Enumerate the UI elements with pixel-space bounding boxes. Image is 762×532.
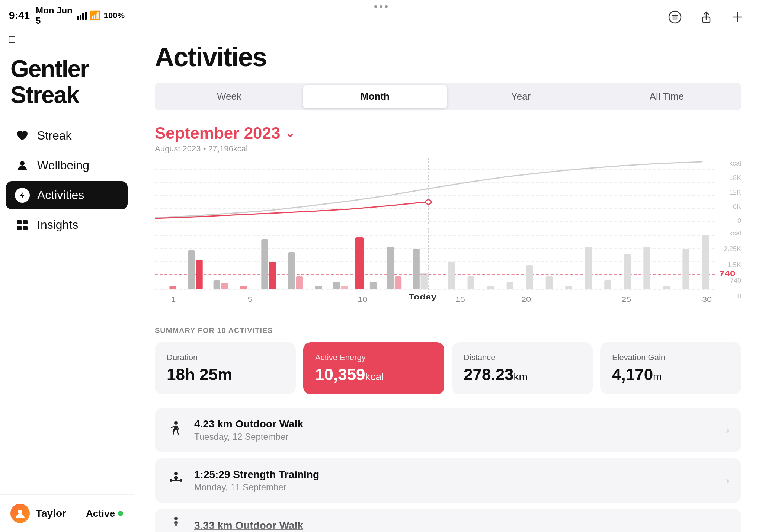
svg-rect-53: [526, 265, 533, 289]
svg-rect-42: [341, 286, 348, 289]
chevron-right-icon: ›: [726, 424, 729, 436]
svg-rect-38: [288, 252, 295, 289]
tab-year[interactable]: Year: [449, 85, 593, 108]
svg-text:Today: Today: [409, 293, 436, 301]
svg-point-20: [426, 200, 432, 204]
stat-energy-label: Active Energy: [315, 353, 432, 362]
activity-item[interactable]: 1:25:29 Strength Training Monday, 11 Sep…: [155, 458, 741, 503]
date-header: September 2023 ⌄ August 2023 • 27,196kca…: [155, 124, 741, 154]
svg-rect-55: [565, 286, 572, 289]
svg-rect-37: [269, 262, 276, 289]
svg-rect-58: [624, 254, 631, 289]
svg-rect-33: [214, 280, 220, 289]
svg-point-75: [174, 517, 178, 520]
summary-label: SUMMARY FOR 10 ACTIVITIES: [155, 326, 741, 335]
main-header: [134, 0, 762, 34]
svg-point-0: [20, 161, 25, 166]
sidebar-toggle-icon[interactable]: □: [9, 33, 15, 45]
svg-rect-56: [585, 247, 592, 289]
walk-icon: [167, 420, 185, 440]
sidebar-item-wellbeing[interactable]: Wellbeing: [6, 151, 128, 180]
svg-rect-31: [188, 250, 195, 289]
svg-rect-44: [370, 282, 377, 289]
sidebar-item-streak[interactable]: Streak: [6, 122, 128, 150]
svg-rect-41: [333, 282, 340, 289]
svg-rect-60: [663, 286, 670, 289]
activity-list: 4.23 km Outdoor Walk Tuesday, 12 Septemb…: [155, 408, 741, 532]
svg-rect-74: [180, 479, 182, 482]
svg-rect-49: [448, 262, 455, 289]
sidebar-footer: Taylor Active: [0, 494, 134, 532]
prev-period: August 2023 • 27,196kcal: [155, 144, 741, 154]
activity-title: 1:25:29 Strength Training: [194, 469, 717, 481]
svg-rect-50: [468, 276, 474, 289]
stat-distance-value: 278.23km: [464, 365, 581, 384]
stat-duration-label: Duration: [167, 353, 284, 362]
svg-text:5: 5: [248, 296, 253, 303]
svg-point-71: [174, 472, 178, 475]
activity-date: Monday, 11 September: [194, 482, 717, 493]
svg-rect-32: [196, 260, 202, 289]
heart-icon: [15, 128, 30, 143]
tab-bar: Week Month Year All Time: [155, 83, 741, 110]
activity-date: Tuesday, 12 September: [194, 432, 717, 442]
current-period[interactable]: September 2023 ⌄: [155, 124, 741, 142]
battery-icon: 100%: [104, 11, 125, 20]
svg-rect-3: [23, 220, 28, 224]
svg-rect-35: [240, 286, 247, 289]
bolt-icon: [15, 188, 30, 203]
walk-icon-2: [167, 516, 185, 532]
app-logo: Gentler Streak: [0, 45, 134, 122]
svg-rect-36: [261, 239, 268, 289]
stat-active-energy: Active Energy 10,359kcal: [303, 342, 444, 394]
stat-duration-value: 18h 25m: [167, 365, 284, 384]
svg-rect-30: [169, 286, 176, 289]
activity-item[interactable]: 3.33 km Outdoor Walk: [155, 509, 741, 532]
user-name: Taylor: [36, 507, 66, 519]
status-bar: 9:41 Mon Jun 5 📶 100%: [0, 0, 134, 30]
svg-point-70: [174, 421, 178, 425]
tab-all-time[interactable]: All Time: [595, 85, 739, 108]
status-time: 9:41: [9, 10, 30, 22]
activity-details: 1:25:29 Strength Training Monday, 11 Sep…: [194, 469, 717, 493]
activity-item[interactable]: 4.23 km Outdoor Walk Tuesday, 12 Septemb…: [155, 408, 741, 452]
svg-text:15: 15: [455, 296, 465, 303]
svg-rect-43: [355, 237, 364, 289]
tab-week[interactable]: Week: [157, 85, 301, 108]
svg-text:1: 1: [171, 296, 176, 303]
avatar: [10, 504, 30, 523]
grid-icon: [15, 218, 30, 233]
svg-text:25: 25: [621, 296, 631, 303]
svg-rect-73: [170, 479, 172, 482]
charts-section: kcal 18K 12K 6K 0: [155, 158, 741, 311]
svg-rect-40: [315, 286, 322, 289]
svg-rect-62: [702, 235, 709, 289]
svg-text:10: 10: [358, 296, 367, 303]
svg-rect-34: [221, 283, 228, 289]
stats-grid: Duration 18h 25m Active Energy 10,359kca…: [155, 342, 741, 394]
svg-marker-1: [20, 192, 25, 199]
user-info: Taylor: [10, 504, 66, 523]
line-chart: [155, 158, 741, 225]
share-icon[interactable]: [697, 7, 716, 27]
svg-rect-52: [507, 282, 513, 289]
svg-rect-46: [395, 276, 401, 289]
chevron-right-icon: ›: [726, 475, 729, 487]
tab-month[interactable]: Month: [303, 85, 447, 108]
sidebar-item-insights[interactable]: Insights: [6, 211, 128, 239]
list-icon[interactable]: [665, 7, 685, 27]
sidebar-label-insights: Insights: [37, 218, 78, 232]
chevron-down-icon: ⌄: [285, 126, 295, 140]
add-icon[interactable]: [728, 7, 747, 27]
activity-title: 4.23 km Outdoor Walk: [194, 418, 717, 430]
stat-elevation: Elevation Gain 4,170m: [600, 342, 741, 394]
sidebar-label-activities: Activities: [37, 188, 84, 202]
svg-rect-4: [17, 226, 22, 230]
sidebar-item-activities[interactable]: Activities: [6, 181, 128, 209]
stat-elevation-label: Elevation Gain: [612, 353, 729, 362]
bar-chart: 740 Today: [155, 228, 741, 310]
stat-elevation-value: 4,170m: [612, 365, 729, 384]
sidebar-label-streak: Streak: [37, 129, 71, 142]
activity-title: 3.33 km Outdoor Walk: [194, 520, 729, 532]
status-icons: 📶 100%: [77, 10, 125, 21]
